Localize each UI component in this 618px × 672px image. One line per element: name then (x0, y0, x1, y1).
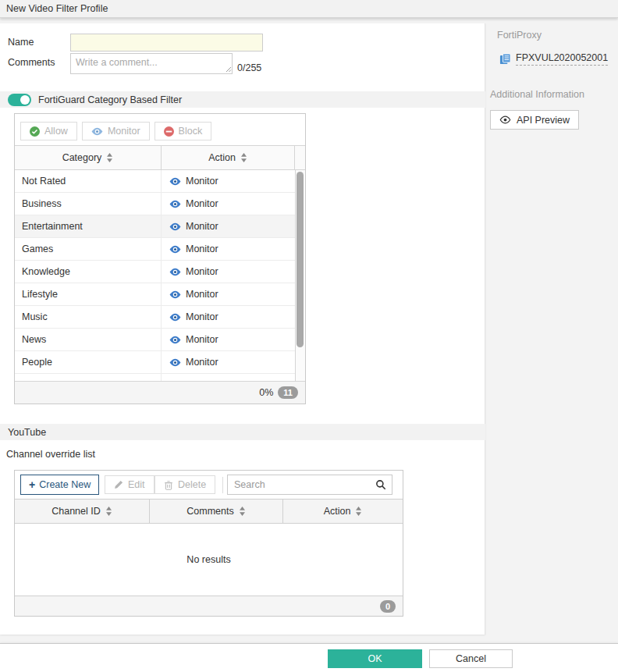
column-header-channel-id[interactable]: Channel ID (15, 500, 150, 523)
table-row[interactable]: KnowledgeMonitor (15, 261, 295, 283)
table-row[interactable]: Not RatedMonitor (15, 170, 295, 193)
category-cell: News (15, 329, 162, 350)
sort-icon (355, 507, 362, 516)
fortiguard-section-label: FortiGuard Category Based Filter (38, 94, 182, 105)
create-new-label: Create New (39, 479, 91, 490)
youtube-section-label: YouTube (8, 427, 46, 438)
category-rows: Not RatedMonitor BusinessMonitor Enterta… (15, 170, 295, 382)
action-cell: Monitor (186, 221, 218, 232)
delete-label: Delete (178, 479, 206, 490)
category-cell: People (15, 351, 162, 373)
edit-button[interactable]: Edit (105, 475, 154, 494)
column-header-action[interactable]: Action (283, 500, 403, 523)
create-new-button[interactable]: + Create New (20, 475, 99, 495)
category-cell: Music (15, 306, 162, 328)
fortiguard-toggle[interactable] (8, 94, 31, 106)
table-row[interactable]: MusicMonitor (15, 306, 295, 329)
channel-override-list-label: Channel override list (6, 449, 95, 460)
check-circle-icon (30, 126, 40, 137)
channel-id-column-label: Channel ID (52, 506, 101, 517)
category-cell: Lifestyle (15, 283, 162, 305)
table-row[interactable]: EntertainmentMonitor (15, 215, 295, 238)
block-button-label: Block (179, 126, 203, 137)
category-cell: Knowledge (15, 261, 162, 283)
table-row[interactable]: PeopleMonitor (15, 351, 295, 374)
column-header-category[interactable]: Category (15, 146, 162, 169)
monitor-button[interactable]: Monitor (82, 122, 150, 140)
textarea-resize-handle-icon[interactable] (225, 66, 232, 73)
table-scrollbar[interactable] (295, 170, 305, 382)
api-preview-label: API Preview (517, 115, 570, 126)
fortiguard-section-header: FortiGuard Category Based Filter (0, 91, 485, 108)
eye-icon (169, 290, 181, 299)
eye-icon (169, 313, 181, 322)
video-filter-profile-page: New Video Filter Profile Name Comments 0… (0, 0, 618, 672)
search-box (227, 475, 392, 495)
device-entry[interactable]: FPXVUL2020052001 (499, 52, 618, 66)
plus-icon: + (29, 479, 35, 490)
cancel-button[interactable]: Cancel (429, 649, 513, 668)
category-table-footer: 0% 11 (15, 381, 305, 404)
category-cell: Not Rated (15, 170, 162, 192)
action-cell: Monitor (186, 334, 218, 345)
edit-label: Edit (128, 479, 145, 490)
eye-icon (169, 200, 181, 208)
table-row[interactable]: BusinessMonitor (15, 193, 295, 215)
ok-button[interactable]: OK (328, 649, 422, 668)
monitor-button-label: Monitor (108, 126, 140, 137)
eye-icon (169, 222, 181, 231)
eye-icon (169, 336, 181, 344)
eye-icon (169, 358, 181, 367)
additional-info-label: Additional Information (490, 89, 618, 100)
action-column-label: Action (324, 506, 351, 517)
action-cell: Monitor (186, 176, 218, 187)
search-icon[interactable] (372, 479, 392, 490)
api-preview-button[interactable]: API Preview (490, 110, 579, 130)
eye-icon (169, 245, 181, 254)
eye-icon (499, 116, 511, 124)
delete-button[interactable]: Delete (154, 475, 215, 494)
category-column-label: Category (62, 152, 102, 163)
table-row[interactable]: GamesMonitor (15, 238, 295, 261)
column-header-comments[interactable]: Comments (150, 500, 283, 523)
name-input[interactable] (70, 34, 263, 52)
device-name[interactable]: FPXVUL2020052001 (516, 52, 608, 66)
category-cell: Games (15, 238, 162, 260)
toolbar-divider (222, 477, 223, 493)
table-row[interactable]: LifestyleMonitor (15, 283, 295, 306)
name-label: Name (8, 37, 34, 48)
category-action-toolbar: Allow Monitor Block (20, 122, 211, 140)
row-count-badge: 11 (278, 386, 298, 399)
search-input[interactable] (228, 479, 372, 490)
toggle-knob-icon (20, 95, 30, 105)
pencil-icon (114, 480, 123, 489)
scrollbar-thumb[interactable] (297, 172, 304, 347)
document-copy-icon (499, 53, 511, 65)
comments-input[interactable] (70, 53, 233, 74)
category-table-header: Category Action (15, 145, 305, 170)
minus-circle-icon (164, 126, 174, 137)
sort-icon (105, 507, 112, 516)
row-count-badge: 0 (380, 600, 396, 613)
table-row[interactable]: NewsMonitor (15, 329, 295, 351)
eye-icon (91, 127, 103, 136)
channel-override-table: + Create New Edit Delete (14, 470, 403, 617)
block-button[interactable]: Block (154, 122, 212, 140)
trash-icon (164, 480, 173, 490)
action-cell: Monitor (186, 289, 218, 300)
allow-button[interactable]: Allow (20, 122, 77, 140)
eye-icon (169, 177, 181, 186)
category-table: Allow Monitor Block Category (14, 113, 306, 404)
page-title: New Video Filter Profile (0, 0, 618, 18)
comments-column-label: Comments (186, 506, 233, 517)
no-results-text: No results (186, 554, 230, 565)
action-cell: Monitor (186, 198, 218, 209)
channel-table-header: Channel ID Comments Action (15, 499, 403, 524)
empty-results-area: No results (15, 524, 403, 596)
action-column-label: Action (208, 152, 236, 163)
comments-char-counter: 0/255 (237, 62, 261, 73)
product-label: FortiProxy (497, 30, 618, 41)
column-header-action[interactable]: Action (162, 146, 295, 169)
action-cell: Monitor (186, 244, 218, 254)
sort-icon (240, 153, 247, 162)
